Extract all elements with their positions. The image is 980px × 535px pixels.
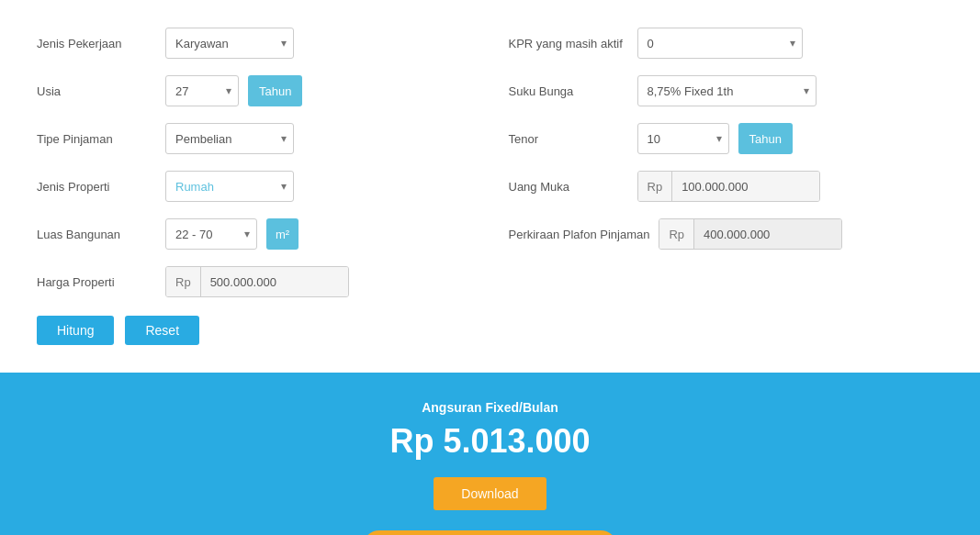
luas-unit-badge: m² [266,218,299,250]
jenis-properti-label: Jenis Properti [37,180,156,194]
reset-button[interactable]: Reset [125,316,199,345]
tenor-select[interactable]: 10 [637,123,729,154]
result-section: Angsuran Fixed/Bulan Rp 5.013.000 Downlo… [0,373,980,535]
tipe-pinjaman-select-wrapper: Pembelian [165,123,294,154]
luas-bangunan-select[interactable]: 22 - 70 [165,218,257,250]
uang-muka-input[interactable] [672,172,819,201]
jenis-pekerjaan-select[interactable]: Karyawan [165,28,294,59]
luas-bangunan-select-wrapper: 22 - 70 [165,218,257,250]
usia-select[interactable]: 27 [165,75,239,106]
plafon-prefix: Rp [659,219,694,249]
hitung-button[interactable]: Hitung [37,316,114,345]
plafon-label: Perkiraan Plafon Pinjaman [509,228,650,241]
jenis-pekerjaan-select-wrapper: Karyawan [165,28,294,59]
tenor-select-wrapper: 10 [637,123,729,154]
kpr-aktif-label: KPR yang masih aktif [509,37,628,50]
info-button[interactable]: Ingin tahu harga rumah ideal Anda? [363,530,618,535]
usia-select-wrapper: 27 [165,75,239,106]
suku-bunga-select-wrapper: 8,75% Fixed 1th [637,75,817,106]
usia-label: Usia [37,84,156,98]
luas-bangunan-label: Luas Bangunan [37,228,156,241]
kpr-aktif-select[interactable]: 0 [637,28,803,59]
harga-properti-label: Harga Properti [37,275,156,289]
download-button[interactable]: Download [434,477,546,510]
harga-properti-input[interactable] [201,267,348,296]
usia-unit-badge: Tahun [248,75,302,106]
uang-muka-wrapper: Rp [637,171,821,202]
jenis-pekerjaan-label: Jenis Pekerjaan [37,37,156,50]
angsuran-value: Rp 5.013.000 [37,422,943,461]
jenis-properti-select[interactable]: Rumah [165,171,294,202]
suku-bunga-label: Suku Bunga [509,84,628,98]
angsuran-label: Angsuran Fixed/Bulan [37,400,943,415]
tipe-pinjaman-label: Tipe Pinjaman [37,132,156,146]
uang-muka-prefix: Rp [638,172,673,201]
tenor-label: Tenor [509,132,628,146]
kpr-aktif-select-wrapper: 0 [637,28,803,59]
plafon-input[interactable] [694,219,841,249]
harga-properti-prefix: Rp [166,267,201,296]
suku-bunga-select[interactable]: 8,75% Fixed 1th [637,75,817,106]
uang-muka-label: Uang Muka [509,180,628,194]
tenor-unit-badge: Tahun [738,123,793,154]
jenis-properti-select-wrapper: Rumah [165,171,294,202]
harga-properti-wrapper: Rp [165,266,349,297]
tipe-pinjaman-select[interactable]: Pembelian [165,123,294,154]
plafon-wrapper: Rp [659,218,842,250]
